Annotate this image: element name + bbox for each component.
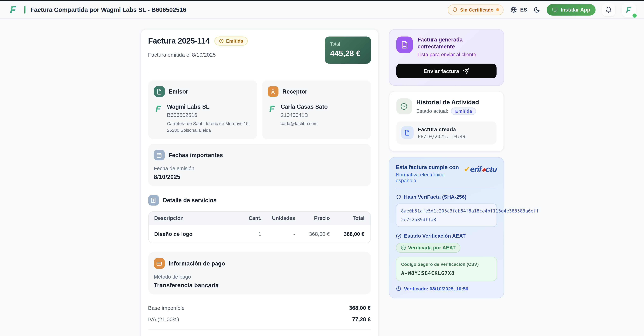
globe-icon	[510, 6, 517, 13]
language-code: ES	[520, 7, 527, 12]
sidebar: Factura generada correctamente Lista par…	[389, 29, 504, 298]
bell-icon	[606, 6, 612, 13]
totals-section: Base imponible 368,00 € IVA (21.00%) 77,…	[148, 305, 371, 336]
clock-icon	[219, 38, 224, 43]
notifications-button[interactable]	[602, 3, 615, 16]
generated-title: Factura generada correctamente	[418, 36, 496, 50]
activity-event-row: Factura creada 08/10/2025, 10:49	[396, 121, 496, 144]
avatar-logo-icon	[625, 5, 633, 14]
emisor-address: Carretera de Sant Llorenç de Morunys 15,…	[167, 121, 250, 133]
csv-box: Código Seguro de Verificación (CSV) A-W8…	[396, 257, 497, 281]
certificate-status-badge[interactable]: Sin Certificado	[448, 4, 504, 15]
dates-card: Fechas importantes Fecha de emisión 8/10…	[148, 144, 371, 186]
col-unidades: Unidades	[262, 216, 295, 221]
brand: Factura Compartida por Wagmi Labs SL - B…	[8, 4, 186, 15]
services-table: Descripción Cant. Unidades Precio Total …	[148, 211, 371, 243]
clock-icon	[396, 286, 401, 291]
receptor-email: carla@factibo.com	[281, 121, 328, 127]
iva-label: IVA (21.00%)	[148, 317, 179, 323]
col-cantidad: Cant.	[234, 216, 262, 221]
hash-value-box: 8ae0b51afe5d1c203c3fdb64f8a18ce4bf113d4e…	[396, 204, 497, 227]
iva-value: 77,28 €	[352, 317, 371, 323]
monitor-icon	[552, 7, 558, 12]
install-app-label: Instalar App	[561, 7, 590, 12]
payment-method-label: Método de pago	[154, 274, 365, 280]
emisor-name: Wagmi Labs SL	[167, 103, 250, 110]
file-text-icon	[154, 86, 164, 97]
aeat-title: Estado Verificación AEAT	[404, 233, 466, 239]
aeat-verified-label: Verificada por AEAT	[408, 245, 456, 251]
total-box-value: 445,28 €	[330, 49, 366, 58]
receipt-icon	[148, 195, 159, 206]
clock-icon	[396, 98, 412, 114]
brand-divider	[24, 6, 26, 13]
avatar[interactable]	[622, 3, 636, 16]
file-text-icon	[401, 126, 414, 139]
paper-plane-icon	[463, 68, 469, 74]
shield-icon	[396, 194, 401, 200]
cell-unidades: -	[262, 231, 295, 237]
emisor-card: Emisor Wagmi Labs SL B606502516 Carreter…	[148, 80, 257, 139]
cell-descripcion: Diseño de logo	[154, 231, 234, 237]
send-invoice-button[interactable]: Enviar factura	[396, 63, 496, 78]
language-selector[interactable]: ES	[510, 6, 527, 13]
aeat-verified-badge: Verificada por AEAT	[396, 243, 460, 253]
col-precio: Precio	[295, 216, 330, 221]
invoice-status-label: Emitida	[226, 38, 243, 43]
receptor-name: Carla Casas Sato	[281, 103, 328, 110]
parties-section: Emisor Wagmi Labs SL B606502516 Carreter…	[148, 80, 371, 139]
services-table-header: Descripción Cant. Unidades Precio Total	[148, 212, 370, 225]
activity-title: Historial de Actividad	[416, 98, 479, 105]
cell-total: 368,00 €	[330, 231, 364, 237]
install-app-button[interactable]: Instalar App	[547, 4, 596, 15]
credit-card-icon	[154, 258, 164, 269]
check-circle-icon	[401, 245, 406, 250]
user-icon	[268, 86, 278, 97]
emisor-heading: Emisor	[169, 88, 188, 95]
base-label: Base imponible	[148, 305, 184, 311]
invoice-card: Factura 2025-114 Emitida Factura emitida…	[140, 29, 378, 336]
main-content: Factura 2025-114 Emitida Factura emitida…	[140, 29, 504, 336]
invoice-title: Factura 2025-114	[148, 36, 210, 45]
receptor-heading: Receptor	[282, 88, 307, 95]
invoice-total-box: Total 445,28 €	[325, 36, 371, 63]
moon-icon	[534, 6, 540, 13]
grand-total-value: 445,28 €	[344, 335, 371, 336]
invoice-header: Factura 2025-114 Emitida Factura emitida…	[148, 36, 371, 63]
grand-total-label: Total	[148, 335, 164, 336]
check-circle-icon	[396, 233, 401, 239]
certificate-status-label: Sin Certificado	[460, 7, 494, 12]
base-value: 368,00 €	[349, 305, 371, 311]
factibo-logo-icon	[8, 4, 18, 15]
csv-value: A-W8YJSG4CKLG7X8	[401, 270, 492, 276]
hash-line-2: 2e7c2a89dffa8	[401, 217, 492, 222]
receptor-logo-icon	[268, 104, 276, 113]
aeat-heading-row: Estado Verificación AEAT	[396, 233, 497, 239]
shield-icon	[452, 7, 458, 12]
verifactu-card: Esta factura cumple con Normativa electr…	[389, 157, 504, 298]
divider	[148, 72, 371, 72]
compliance-link[interactable]: Normativa electrónica española	[396, 172, 464, 183]
payment-heading: Información de pago	[169, 260, 225, 267]
cell-precio: 368,00 €	[295, 231, 330, 237]
page-title: Factura Compartida por Wagmi Labs SL - B…	[30, 6, 186, 13]
invoice-issued-line: Factura emitida el 8/10/2025	[148, 52, 248, 58]
hash-title: Hash VeriFactu (SHA-256)	[404, 194, 466, 200]
verifactu-logo: ✔erif✱ctu	[464, 165, 497, 173]
cell-cantidad: 1	[234, 231, 262, 237]
event-timestamp: 08/10/2025, 10:49	[418, 134, 466, 139]
services-heading: Detalle de servicios	[163, 197, 216, 204]
emisor-logo-icon	[154, 104, 163, 113]
certificate-status-dot	[496, 8, 499, 11]
col-descripcion: Descripción	[154, 216, 234, 221]
receptor-card: Receptor Carla Casas Sato 21040041D carl…	[262, 80, 371, 139]
invoice-generated-card: Factura generada correctamente Lista par…	[389, 29, 504, 86]
send-invoice-label: Enviar factura	[424, 68, 459, 74]
services-heading-row: Detalle de servicios	[148, 195, 371, 206]
payment-card: Información de pago Método de pago Trans…	[148, 252, 371, 294]
divider	[396, 189, 497, 189]
current-status-label: Estado actual:	[416, 108, 448, 114]
theme-toggle-button[interactable]	[534, 6, 540, 13]
invoice-status-badge: Emitida	[214, 36, 248, 45]
receptor-tax-id: 21040041D	[281, 112, 328, 118]
